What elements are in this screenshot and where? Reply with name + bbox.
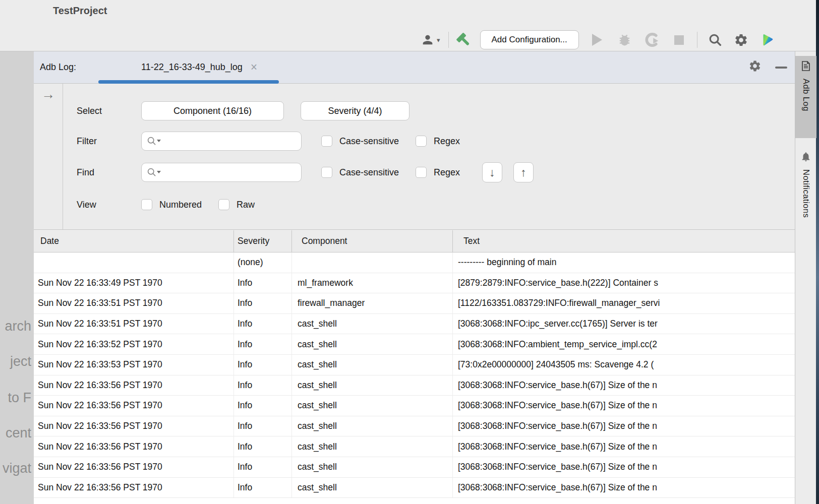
table-row[interactable]: Sun Nov 22 16:33:51 PST 1970Infocast_she… bbox=[34, 314, 795, 335]
tool-button-notifications[interactable]: Notifications bbox=[795, 147, 816, 293]
table-cell: cast_shell bbox=[291, 457, 452, 477]
build-hammer-icon[interactable] bbox=[456, 32, 472, 48]
table-cell: Sun Nov 22 16:33:51 PST 1970 bbox=[34, 314, 233, 334]
table-row[interactable]: Sun Nov 22 16:33:56 PST 1970Infocast_she… bbox=[34, 436, 795, 457]
table-cell: --------- beginning of main bbox=[452, 253, 795, 273]
find-regex-label: Regex bbox=[434, 167, 460, 178]
table-row[interactable]: Sun Nov 22 16:33:56 PST 1970Infocast_she… bbox=[34, 375, 795, 396]
profiler-icon[interactable] bbox=[645, 32, 660, 47]
table-cell: cast_shell bbox=[291, 334, 452, 354]
table-cell: Info bbox=[233, 457, 291, 477]
settings-gear-icon[interactable] bbox=[734, 33, 748, 47]
tool-button-adb-log[interactable]: Adb Log bbox=[795, 56, 816, 138]
table-cell: Info bbox=[233, 478, 291, 498]
ide-logo-icon[interactable] bbox=[759, 32, 775, 47]
table-cell: cast_shell bbox=[291, 478, 452, 498]
tool-button-notifications-label: Notifications bbox=[801, 169, 811, 218]
table-cell: [3068:3068:INFO:ipc_server.cc(1765)] Ser… bbox=[452, 314, 795, 334]
stop-icon[interactable] bbox=[674, 35, 684, 45]
table-cell: Sun Nov 22 16:33:52 PST 1970 bbox=[34, 334, 233, 354]
table-cell: Sun Nov 22 16:33:56 PST 1970 bbox=[34, 478, 233, 498]
filter-search-box bbox=[141, 132, 302, 151]
table-row[interactable]: Sun Nov 22 16:33:56 PST 1970Infocast_she… bbox=[34, 396, 795, 416]
run-icon[interactable] bbox=[592, 34, 602, 46]
add-configuration-button[interactable]: Add Configuration... bbox=[480, 30, 579, 49]
search-history-chevron-icon[interactable] bbox=[157, 140, 161, 142]
background-text-fragment: cent bbox=[6, 425, 31, 441]
find-next-button[interactable]: ↓ bbox=[482, 162, 502, 182]
table-cell bbox=[291, 253, 452, 273]
panel-settings-gear-icon[interactable] bbox=[748, 59, 762, 75]
table-cell: [3068:3068:INFO:service_base.h(67)] Size… bbox=[452, 416, 795, 436]
severity-filter-button[interactable]: Severity (4/4) bbox=[301, 101, 410, 120]
table-cell: Info bbox=[233, 293, 291, 313]
table-cell: Info bbox=[233, 334, 291, 354]
active-tab-underline bbox=[98, 80, 279, 84]
table-cell: Info bbox=[233, 416, 291, 436]
background-text-fragment: ject bbox=[10, 354, 31, 369]
raw-checkbox[interactable] bbox=[218, 199, 229, 210]
table-row[interactable]: Sun Nov 22 16:33:51 PST 1970Infofirewall… bbox=[34, 293, 795, 314]
table-cell: firewall_manager bbox=[291, 293, 452, 313]
table-row[interactable]: (none)--------- beginning of main bbox=[34, 253, 795, 273]
find-label: Find bbox=[77, 167, 141, 178]
tab-label: 11-22_16-33-49_hub_log bbox=[141, 62, 243, 73]
filter-regex-checkbox[interactable] bbox=[416, 136, 427, 147]
search-magnifier-icon bbox=[147, 136, 157, 148]
debug-icon[interactable] bbox=[617, 33, 632, 47]
table-row[interactable]: Sun Nov 22 16:33:56 PST 1970Infocast_she… bbox=[34, 478, 795, 498]
column-header-component[interactable]: Component bbox=[291, 230, 452, 252]
table-cell: Info bbox=[233, 375, 291, 396]
find-case-sensitive-label: Case-sensitive bbox=[339, 167, 399, 178]
screen: TestProject ▾ Add Configuration... bbox=[0, 0, 819, 504]
table-header: Date Severity Component Text bbox=[34, 230, 795, 253]
table-cell: Info bbox=[233, 436, 291, 457]
table-cell: Sun Nov 22 16:33:56 PST 1970 bbox=[34, 416, 233, 436]
bell-icon bbox=[800, 151, 811, 164]
column-header-date[interactable]: Date bbox=[34, 230, 233, 252]
column-header-severity[interactable]: Severity bbox=[233, 230, 291, 252]
find-search-box bbox=[141, 163, 302, 182]
find-regex-checkbox[interactable] bbox=[416, 167, 427, 178]
find-input[interactable] bbox=[162, 163, 298, 181]
table-cell: Sun Nov 22 16:33:51 PST 1970 bbox=[34, 293, 233, 313]
table-cell: ml_framework bbox=[291, 273, 452, 293]
search-icon[interactable] bbox=[708, 32, 723, 47]
minimize-icon[interactable] bbox=[775, 67, 787, 69]
column-header-text[interactable]: Text bbox=[452, 230, 795, 252]
search-history-chevron-icon[interactable] bbox=[157, 171, 161, 173]
filter-case-sensitive-checkbox[interactable] bbox=[321, 136, 332, 147]
table-cell: Sun Nov 22 16:33:56 PST 1970 bbox=[34, 457, 233, 477]
toolbar-divider bbox=[697, 32, 697, 48]
main-toolbar: TestProject ▾ Add Configuration... bbox=[0, 0, 816, 51]
table-cell: Info bbox=[233, 314, 291, 334]
filter-input[interactable] bbox=[162, 132, 298, 150]
table-cell: [3068:3068:INFO:service_base.h(67)] Size… bbox=[452, 457, 795, 477]
search-magnifier-icon bbox=[147, 167, 157, 179]
table-row[interactable]: Sun Nov 22 16:33:49 PST 1970Infoml_frame… bbox=[34, 273, 795, 294]
arrow-down-icon: ↓ bbox=[489, 166, 495, 179]
component-filter-button[interactable]: Component (16/16) bbox=[141, 101, 284, 120]
user-chevron-icon[interactable]: ▾ bbox=[437, 36, 440, 44]
table-cell: Info bbox=[233, 396, 291, 416]
table-cell: [3068:3068:INFO:service_base.h(67)] Size… bbox=[452, 436, 795, 457]
table-row[interactable]: Sun Nov 22 16:33:56 PST 1970Infocast_she… bbox=[34, 416, 795, 437]
numbered-label: Numbered bbox=[159, 200, 202, 210]
numbered-checkbox[interactable] bbox=[141, 199, 152, 210]
filter-case-sensitive-label: Case-sensitive bbox=[339, 136, 399, 147]
filter-regex-label: Regex bbox=[434, 136, 460, 147]
table-row[interactable]: Sun Nov 22 16:33:53 PST 1970Infocast_she… bbox=[34, 355, 795, 375]
user-icon[interactable] bbox=[421, 33, 435, 47]
table-cell: Sun Nov 22 16:33:49 PST 1970 bbox=[34, 273, 233, 293]
table-row[interactable]: Sun Nov 22 16:33:52 PST 1970Infocast_she… bbox=[34, 334, 795, 355]
toolbar-divider bbox=[448, 32, 449, 48]
expand-right-arrow-icon[interactable]: → bbox=[41, 87, 55, 102]
find-previous-button[interactable]: ↑ bbox=[513, 162, 534, 182]
find-case-sensitive-checkbox[interactable] bbox=[321, 167, 332, 178]
tool-window-stripe: Adb Log Notifications bbox=[795, 51, 816, 504]
close-icon[interactable]: × bbox=[251, 61, 257, 73]
table-cell: cast_shell bbox=[291, 314, 452, 334]
log-file-tab[interactable]: 11-22_16-33-49_hub_log × bbox=[108, 51, 266, 83]
table-row[interactable]: Sun Nov 22 16:33:56 PST 1970Infocast_she… bbox=[34, 457, 795, 478]
select-label: Select bbox=[77, 106, 141, 116]
